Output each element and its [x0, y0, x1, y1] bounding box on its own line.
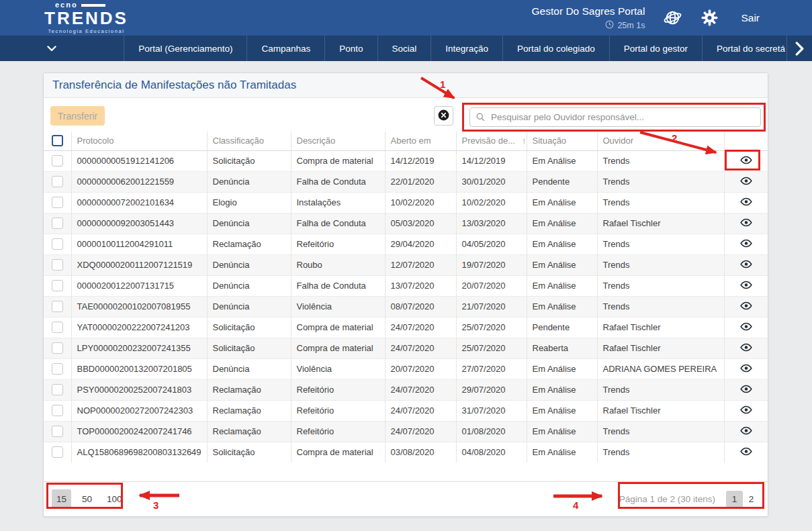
cell-situacao: Reaberta: [527, 338, 597, 358]
row-checkbox-cell: [44, 275, 71, 296]
cell-classificacao: Solicitação: [207, 442, 291, 463]
view-details-button[interactable]: [736, 196, 756, 209]
view-details-button[interactable]: [736, 404, 756, 418]
row-checkbox[interactable]: [52, 446, 63, 458]
row-checkbox[interactable]: [52, 176, 63, 187]
cell-protocolo: 00000000072002101634: [71, 192, 207, 213]
eye-icon: [740, 177, 752, 187]
cell-situacao: Em Análise: [527, 192, 597, 213]
column-header-previsao-de[interactable]: Previsão de...↑: [456, 132, 527, 150]
row-checkbox[interactable]: [52, 363, 63, 375]
cell-situacao: Em Análise: [527, 254, 597, 275]
row-checkbox[interactable]: [52, 218, 63, 229]
cell-protocolo: 00000200122007131715: [71, 275, 207, 296]
column-header-ouvidor[interactable]: Ouvidor: [597, 132, 724, 150]
cell-previsao-de: 14/12/2019: [456, 150, 527, 171]
nav-item-portal-gerenciamento[interactable]: Portal (Gerenciamento): [124, 36, 246, 61]
cell-protocolo: 00000000062001221559: [71, 171, 207, 192]
cell-situacao: Em Análise: [527, 358, 597, 379]
search-input[interactable]: [469, 107, 761, 127]
cell-classificacao: Denúncia: [207, 275, 291, 296]
page-size-100[interactable]: 100: [103, 489, 126, 509]
nav-item-portal-do-colegiado[interactable]: Portal do colegiado: [502, 36, 609, 61]
row-actions-cell: [724, 213, 768, 234]
row-checkbox[interactable]: [52, 238, 63, 250]
column-header-aberto-em[interactable]: Aberto em: [385, 132, 456, 150]
cell-classificacao: Denúncia: [207, 254, 291, 275]
view-details-button[interactable]: [736, 154, 756, 168]
cell-protocolo: 00000100112004291011: [71, 234, 207, 254]
nav-item-ponto[interactable]: Ponto: [324, 36, 377, 61]
view-details-button[interactable]: [736, 363, 756, 376]
view-details-button[interactable]: [736, 300, 756, 313]
nav-item-integracao[interactable]: Integração: [431, 36, 502, 61]
clear-filter-button[interactable]: [434, 106, 453, 126]
view-details-button[interactable]: [736, 383, 756, 397]
cell-descricao: Roubo: [291, 254, 385, 275]
nav-chevron-right-icon[interactable]: [787, 36, 812, 61]
column-header-descricao[interactable]: Descrição: [291, 132, 385, 150]
page-size-15[interactable]: 15: [52, 489, 71, 509]
row-checkbox[interactable]: [52, 426, 63, 437]
pager-summary: Página 1 de 2 (30 itens): [619, 494, 715, 504]
view-details-button[interactable]: [736, 321, 756, 334]
view-details-button[interactable]: [736, 175, 756, 189]
cell-descricao: Compra de material: [291, 150, 385, 171]
row-checkbox[interactable]: [52, 259, 63, 271]
main-nav: Portal (Gerenciamento)CampanhasPontoSoci…: [0, 36, 812, 61]
view-details-button[interactable]: [736, 342, 756, 355]
logout-button[interactable]: Sair: [737, 11, 764, 25]
cell-classificacao: Reclamação: [207, 400, 291, 421]
cell-descricao: Refeitório: [291, 400, 385, 421]
column-header-classificacao[interactable]: Classificação: [207, 132, 291, 150]
cell-previsao-de: 04/08/2020: [456, 442, 527, 463]
nav-item-portal-do-gestor[interactable]: Portal do gestor: [609, 36, 702, 61]
nav-chevron-down-icon[interactable]: [43, 36, 61, 61]
cell-previsao-de: 25/07/2020: [456, 317, 527, 338]
page-1-button[interactable]: 1: [726, 491, 743, 508]
row-checkbox[interactable]: [52, 301, 63, 312]
cell-previsao-de: 31/07/2020: [456, 400, 527, 421]
eye-icon: [740, 426, 752, 437]
row-checkbox[interactable]: [52, 155, 63, 166]
page-size-50[interactable]: 50: [77, 489, 97, 509]
row-checkbox[interactable]: [52, 405, 63, 416]
transfer-button[interactable]: Transferir: [50, 106, 105, 126]
row-actions-cell: [724, 379, 768, 400]
row-checkbox[interactable]: [52, 384, 63, 395]
page-2-button[interactable]: 2: [743, 491, 760, 508]
cell-descricao: Falha de Conduta: [291, 275, 385, 296]
topbar: ecno TRENDS Tecnologia Educacional Gesto…: [0, 0, 812, 36]
select-all-checkbox[interactable]: [52, 135, 63, 146]
table-row: TOP00000200242007241746ReclamaçãoRefeitó…: [44, 421, 768, 442]
nav-item-campanhas[interactable]: Campanhas: [246, 36, 324, 61]
eye-icon: [740, 281, 752, 291]
cell-previsao-de: 30/01/2020: [456, 171, 527, 192]
view-details-button[interactable]: [736, 258, 756, 272]
nav-item-social[interactable]: Social: [377, 36, 431, 61]
actions-header-cell: [724, 132, 768, 150]
cell-ouvidor: ADRIANA GOMES PEREIRA: [597, 358, 724, 379]
view-details-button[interactable]: [736, 446, 756, 459]
row-actions-cell: [724, 358, 768, 379]
table-header-row: ProtocoloClassificaçãoDescriçãoAberto em…: [44, 132, 768, 150]
cell-previsao-de: 13/03/2020: [456, 213, 527, 234]
row-checkbox[interactable]: [52, 342, 63, 354]
column-header-protocolo[interactable]: Protocolo: [71, 132, 207, 150]
app-logo[interactable]: ecno TRENDS Tecnologia Educacional: [44, 1, 128, 34]
row-checkbox[interactable]: [52, 280, 63, 291]
row-checkbox-cell: [44, 317, 71, 338]
view-details-button[interactable]: [736, 217, 756, 230]
view-details-button[interactable]: [736, 425, 756, 438]
gear-icon[interactable]: [701, 9, 719, 27]
cell-ouvidor: Rafael Tischler: [597, 213, 724, 234]
nav-spacer: [61, 36, 124, 61]
globe-icon[interactable]: [663, 8, 682, 28]
nav-item-portal-do-secreta[interactable]: Portal do secretá: [702, 36, 787, 61]
column-header-situacao[interactable]: Situação: [527, 132, 597, 150]
row-checkbox[interactable]: [52, 322, 63, 333]
view-details-button[interactable]: [736, 238, 756, 251]
row-checkbox[interactable]: [52, 197, 63, 208]
cell-situacao: Pendente: [527, 171, 597, 192]
view-details-button[interactable]: [736, 279, 756, 293]
